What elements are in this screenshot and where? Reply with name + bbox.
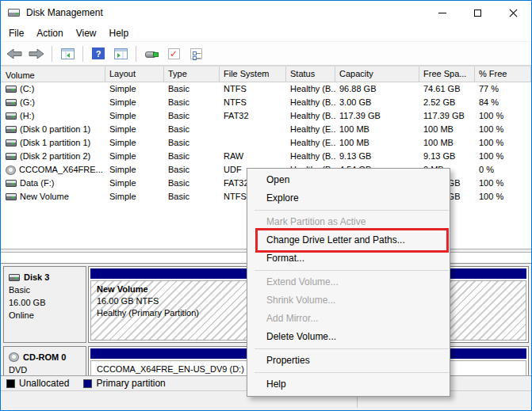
back-arrow-icon (6, 48, 22, 59)
window-title: Disk Management (26, 7, 103, 18)
column-header-free-space[interactable]: Free Spa... (419, 67, 475, 82)
cd-icon (9, 352, 19, 362)
disk-tool-icon (145, 49, 159, 59)
menu-item-extend-volume: Extend Volume... (247, 273, 450, 291)
column-header-pct-free[interactable]: % Free (475, 67, 531, 82)
maximize-button[interactable] (460, 1, 496, 25)
disk3-info-cell[interactable]: Disk 3 Basic 16.00 GB Online (3, 266, 86, 343)
volume-row-disk0-part1[interactable]: (Disk 0 partition 1) Simple Basic Health… (1, 123, 531, 136)
back-button[interactable] (6, 45, 23, 63)
menu-separator (255, 348, 449, 349)
primary-partition-color-swatch (83, 379, 92, 388)
disk-volume-icon (6, 112, 17, 120)
menu-separator (255, 210, 449, 211)
menu-item-shrink-volume: Shrink Volume... (247, 291, 450, 310)
toolbar-separator (136, 46, 136, 62)
volume-list-header: Volume Layout Type File System Status Ca… (1, 66, 531, 82)
cdrom-info-cell[interactable]: CD-ROM 0 DVD (3, 346, 86, 375)
disk-volume-icon (6, 139, 17, 147)
action-pane-icon (114, 48, 128, 59)
red-highlight-box (255, 228, 449, 253)
column-header-layout[interactable]: Layout (105, 67, 164, 82)
volume-row-disk1-part1[interactable]: (Disk 1 partition 1) Simple Basic Health… (1, 136, 531, 150)
forward-arrow-icon (29, 48, 44, 59)
legend-unallocated: Unallocated (6, 378, 69, 389)
volume-row-c[interactable]: (C:) Simple Basic NTFS Healthy (B... 96.… (1, 82, 531, 96)
menu-separator (255, 372, 449, 373)
disk-management-app-icon (8, 7, 21, 18)
column-header-volume[interactable]: Volume (1, 67, 105, 82)
menu-item-delete-volume[interactable]: Delete Volume... (247, 328, 450, 346)
toolbar-separator (82, 46, 83, 62)
disk-volume-icon (6, 126, 17, 133)
menu-item-open[interactable]: Open (247, 171, 450, 189)
title-bar: Disk Management (1, 1, 531, 25)
console-tree-icon (61, 48, 75, 59)
minimize-icon (438, 13, 446, 13)
show-action-pane-button[interactable] (112, 45, 129, 63)
column-header-file-system[interactable]: File System (220, 67, 286, 82)
volume-row-h[interactable]: (H:) Simple Basic FAT32 Healthy (B... 11… (1, 109, 531, 123)
menu-item-explore[interactable]: Explore (247, 189, 450, 207)
toolbar-separator (52, 46, 52, 62)
menu-separator (255, 270, 449, 271)
toolbar-tasks-button[interactable] (187, 45, 205, 63)
unallocated-color-swatch (6, 379, 15, 388)
close-button[interactable] (496, 1, 531, 25)
column-header-capacity[interactable]: Capacity (335, 67, 419, 82)
red-check-icon (168, 48, 180, 59)
menu-bar: File Action View Help (1, 25, 531, 42)
disk-management-window: Disk Management File Action View Help (0, 0, 532, 411)
toolbar-check-button[interactable] (165, 45, 182, 63)
disk3-status: Online (9, 309, 81, 322)
volume-row-disk2-part2[interactable]: (Disk 2 partition 2) Simple Basic RAW He… (1, 150, 531, 163)
legend-primary-partition: Primary partition (83, 378, 165, 389)
task-list-icon (190, 48, 202, 59)
minimize-button[interactable] (424, 1, 460, 25)
menu-item-help[interactable]: Help (247, 375, 450, 394)
disk-icon (9, 274, 20, 281)
volume-context-menu: Open Explore Mark Partition as Active Ch… (247, 168, 450, 397)
disk-volume-icon (6, 153, 17, 160)
close-icon (509, 9, 518, 17)
menu-file[interactable]: File (2, 26, 30, 40)
menu-item-properties[interactable]: Properties (247, 352, 450, 370)
volume-row-g[interactable]: (G:) Simple Basic NTFS Healthy (B... 3.0… (1, 96, 531, 109)
help-icon (92, 48, 105, 59)
disk-volume-icon (6, 193, 17, 200)
forward-button[interactable] (28, 45, 45, 63)
cd-volume-icon (6, 166, 16, 175)
toolbar-tools-button[interactable] (143, 45, 160, 63)
menu-item-add-mirror: Add Mirror... (247, 310, 450, 328)
maximize-icon (474, 10, 481, 17)
disk3-type: Basic (9, 284, 81, 296)
column-header-status[interactable]: Status (286, 67, 335, 82)
cdrom-media: DVD (9, 363, 81, 375)
disk-volume-icon (6, 99, 17, 106)
help-button[interactable] (90, 45, 107, 63)
menu-help[interactable]: Help (103, 26, 136, 40)
disk3-size: 16.00 GB (9, 296, 81, 309)
menu-action[interactable]: Action (30, 26, 69, 40)
menu-view[interactable]: View (70, 26, 103, 40)
column-header-type[interactable]: Type (164, 67, 220, 82)
disk-volume-icon (6, 180, 17, 187)
show-console-tree-button[interactable] (59, 45, 76, 63)
disk-volume-icon (6, 86, 17, 93)
toolbar (1, 42, 531, 66)
